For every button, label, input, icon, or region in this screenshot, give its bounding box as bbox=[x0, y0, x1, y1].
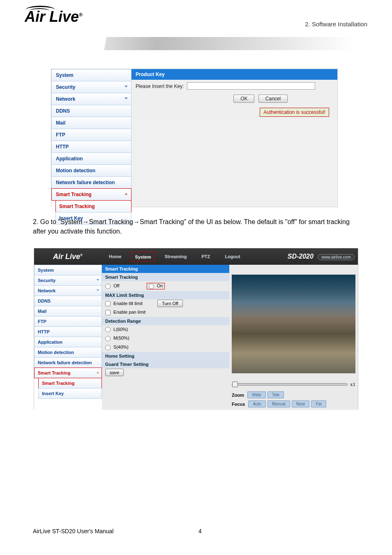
tab-streaming[interactable]: Streaming bbox=[157, 248, 194, 265]
brand-logo-small: Air Live® bbox=[34, 252, 101, 261]
zoom-slider[interactable] bbox=[232, 383, 348, 386]
chevron-down-icon bbox=[97, 279, 99, 281]
sidebar-item-label: Smart Tracking bbox=[38, 370, 70, 375]
section-home-setting: Home Setting bbox=[102, 352, 229, 360]
checkbox-pan-limit[interactable]: Enable pan limit bbox=[105, 310, 145, 314]
page-footer: AirLive ST-SD20 User's Manual 4 bbox=[33, 528, 367, 534]
footer-manual-title: AirLive ST-SD20 User's Manual bbox=[33, 528, 113, 534]
chevron-down-icon bbox=[125, 86, 128, 88]
field-label: Please Insert the Key: bbox=[136, 83, 184, 89]
product-url-pill[interactable]: www.airlive.com bbox=[318, 254, 355, 260]
radio-range-m[interactable]: M(50%) bbox=[105, 335, 129, 340]
checkbox-tilt-limit[interactable]: Enable tilt limit bbox=[105, 301, 143, 306]
sidebar-item-label: DDNS bbox=[38, 298, 51, 303]
video-preview bbox=[232, 275, 355, 373]
zoom-wide-button[interactable]: Wide bbox=[247, 391, 266, 398]
sidebar-item-motion-detection[interactable]: Motion detection bbox=[51, 164, 131, 177]
radio-range-l-label: L(60%) bbox=[113, 327, 128, 332]
sidebar-item-label: Mail bbox=[38, 309, 46, 314]
sidebar-item-label: Smart Tracking bbox=[42, 381, 74, 386]
zoom-label: Zoom bbox=[232, 393, 244, 398]
screenshot-smart-tracking: Air Live® Home System Streaming PTZ Logo… bbox=[34, 248, 358, 409]
product-model-label: SD-2020 bbox=[288, 253, 314, 260]
sidebar-item-smart-tracking[interactable]: Smart Tracking bbox=[51, 188, 131, 201]
sidebar-item-label: Network bbox=[38, 288, 55, 293]
cancel-button[interactable]: Cancel bbox=[258, 95, 288, 103]
settings-sidebar: System Security Network DDNS Mail FTP HT… bbox=[51, 69, 131, 224]
section-max-limit: MAX Limit Setting bbox=[102, 291, 229, 299]
sidebar-item-label: System bbox=[56, 72, 74, 78]
tab-system[interactable]: System bbox=[131, 252, 155, 261]
sidebar-item-ftp[interactable]: FTP bbox=[34, 316, 102, 327]
chevron-up-icon bbox=[97, 372, 99, 373]
product-model: SD-2020 www.airlive.com bbox=[288, 253, 358, 260]
page-number: 4 bbox=[198, 528, 202, 534]
checkbox-tilt-label: Enable tilt limit bbox=[113, 301, 143, 306]
radio-off-label: Off bbox=[113, 283, 119, 288]
screenshot-product-key: System Security Network DDNS Mail FTP HT… bbox=[51, 69, 338, 207]
sidebar-item-network[interactable]: Network bbox=[34, 285, 102, 296]
product-key-input[interactable] bbox=[187, 82, 315, 90]
radio-range-l[interactable]: L(60%) bbox=[105, 327, 128, 332]
focus-far-button[interactable]: Far bbox=[311, 400, 326, 407]
sidebar-item-label: Security bbox=[38, 278, 55, 283]
sidebar-sub-insert-key[interactable]: Insert Key bbox=[38, 388, 102, 399]
radio-range-s[interactable]: S(40%) bbox=[105, 345, 129, 349]
section-smart-tracking: Smart Tracking bbox=[102, 273, 229, 281]
sidebar-item-ddns[interactable]: DDNS bbox=[51, 105, 131, 117]
sidebar-item-network-failure[interactable]: Network failure detection bbox=[51, 176, 131, 189]
sidebar-item-mail[interactable]: Mail bbox=[34, 306, 102, 317]
radio-off[interactable]: Off bbox=[105, 283, 120, 288]
tab-ptz[interactable]: PTZ bbox=[194, 248, 218, 265]
sidebar-item-ddns[interactable]: DDNS bbox=[34, 296, 102, 306]
sidebar-item-http[interactable]: HTTP bbox=[51, 141, 131, 153]
sidebar-item-label: FTP bbox=[38, 319, 46, 324]
sidebar-item-label: Motion detection bbox=[38, 350, 74, 355]
sidebar-item-network[interactable]: Network bbox=[51, 93, 131, 105]
sidebar-item-application[interactable]: Application bbox=[34, 337, 102, 347]
focus-auto-button[interactable]: Auto bbox=[248, 400, 266, 407]
zoom-tele-button[interactable]: Tele bbox=[267, 391, 284, 398]
zoom-level-label: x1 bbox=[350, 381, 355, 388]
sidebar-item-motion-detection[interactable]: Motion detection bbox=[34, 347, 102, 358]
sidebar-item-network-failure[interactable]: Network failure detection bbox=[34, 357, 102, 368]
chevron-up-icon bbox=[125, 193, 128, 195]
focus-near-button[interactable]: Near bbox=[292, 400, 310, 407]
save-button[interactable]: save bbox=[105, 369, 124, 376]
chevron-down-icon bbox=[97, 289, 99, 291]
sidebar-item-mail[interactable]: Mail bbox=[51, 117, 131, 129]
radio-on-label: On bbox=[157, 283, 163, 288]
sidebar-item-label: Network failure detection bbox=[38, 360, 92, 365]
sidebar-item-security[interactable]: Security bbox=[34, 275, 102, 286]
radio-on[interactable]: On bbox=[149, 283, 163, 288]
sidebar-item-system[interactable]: System bbox=[34, 265, 102, 275]
sidebar-item-label: Smart Tracking bbox=[56, 192, 92, 197]
sidebar-item-smart-tracking[interactable]: Smart Tracking bbox=[34, 368, 102, 378]
sidebar-item-label: Application bbox=[56, 156, 83, 162]
sidebar-item-label: Smart Tracking bbox=[59, 204, 95, 209]
sidebar-item-ftp[interactable]: FTP bbox=[51, 129, 131, 141]
tab-logout[interactable]: Logout bbox=[217, 248, 247, 265]
turn-off-button[interactable]: Turn Off bbox=[157, 300, 183, 307]
sidebar-item-label: HTTP bbox=[38, 329, 50, 334]
step-instruction-text: 2. Go to "System→Smart Tracking→Smart Tr… bbox=[33, 217, 362, 236]
sidebar-sub-smart-tracking[interactable]: Smart Tracking bbox=[38, 378, 102, 388]
top-nav: Air Live® Home System Streaming PTZ Logo… bbox=[34, 248, 358, 265]
zoom-slider-thumb[interactable] bbox=[232, 382, 238, 387]
radio-range-s-label: S(40%) bbox=[113, 345, 129, 349]
sidebar-item-application[interactable]: Application bbox=[51, 153, 131, 165]
sidebar-item-label: Mail bbox=[56, 120, 65, 126]
section-header-product-key: Product Key bbox=[131, 69, 337, 80]
auth-success-banner: Authentication is successful! bbox=[260, 108, 329, 117]
sidebar-item-label: FTP bbox=[56, 132, 65, 138]
focus-manual-button[interactable]: Manual bbox=[267, 400, 290, 407]
sidebar-item-label: Security bbox=[56, 84, 75, 90]
sidebar-item-system[interactable]: System bbox=[51, 69, 131, 81]
sidebar-sub-smart-tracking[interactable]: Smart Tracking bbox=[55, 200, 131, 213]
sidebar-item-security[interactable]: Security bbox=[51, 81, 131, 93]
sidebar-item-http[interactable]: HTTP bbox=[34, 326, 102, 337]
ok-button[interactable]: OK bbox=[233, 95, 254, 103]
sidebar-item-label: Insert Key bbox=[42, 391, 64, 396]
tab-home[interactable]: Home bbox=[101, 248, 129, 265]
sidebar-item-label: Application bbox=[38, 340, 62, 345]
